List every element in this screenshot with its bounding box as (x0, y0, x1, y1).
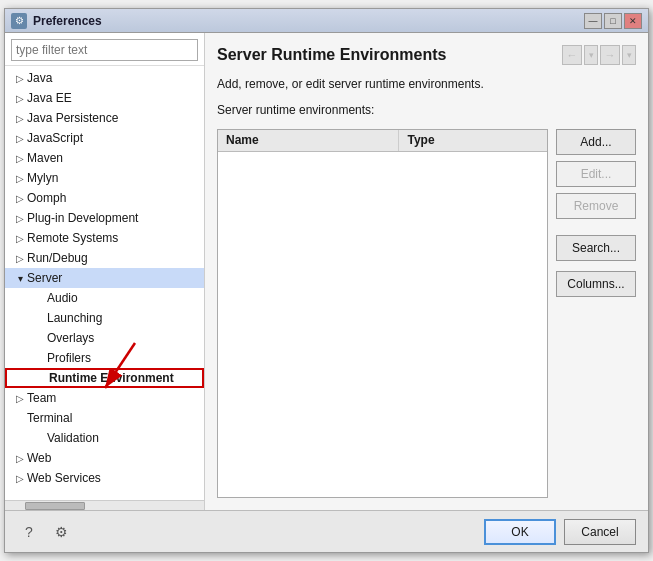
col-header-name: Name (218, 130, 399, 151)
side-buttons: Add... Edit... Remove Search... Columns.… (556, 129, 636, 498)
window-icon: ⚙ (11, 13, 27, 29)
title-bar: ⚙ Preferences — □ ✕ (5, 9, 648, 33)
columns-button[interactable]: Columns... (556, 271, 636, 297)
tree-label-mylyn: Mylyn (27, 171, 58, 185)
tree-item-launching[interactable]: ▷Launching (5, 308, 204, 328)
nav-forward-dropdown[interactable]: ▾ (622, 45, 636, 65)
edit-button[interactable]: Edit... (556, 161, 636, 187)
col-header-type: Type (399, 130, 547, 151)
tree-label-maven: Maven (27, 151, 63, 165)
nav-back-dropdown[interactable]: ▾ (584, 45, 598, 65)
tree-label-java-persistence: Java Persistence (27, 111, 118, 125)
tree-label-profilers: Profilers (47, 351, 91, 365)
tree-label-runtime-environment: Runtime Environment (49, 371, 174, 385)
horizontal-scrollbar[interactable] (5, 500, 204, 510)
tree-item-run-debug[interactable]: ▷Run/Debug (5, 248, 204, 268)
tree-item-team[interactable]: ▷Team (5, 388, 204, 408)
ok-button[interactable]: OK (484, 519, 556, 545)
tree-item-maven[interactable]: ▷Maven (5, 148, 204, 168)
preferences-icon-button[interactable]: ⚙ (49, 520, 73, 544)
tree-arrow-web[interactable]: ▷ (13, 451, 27, 465)
tree-item-validation[interactable]: ▷Validation (5, 428, 204, 448)
tree-spacer-profilers: ▷ (33, 351, 47, 365)
tree-spacer-terminal: ▷ (13, 411, 27, 425)
minimize-button[interactable]: — (584, 13, 602, 29)
nav-forward-button[interactable]: → (600, 45, 620, 65)
search-button[interactable]: Search... (556, 235, 636, 261)
tree-spacer-overlays: ▷ (33, 331, 47, 345)
tree-spacer-launching: ▷ (33, 311, 47, 325)
left-panel: ▷Java▷Java EE▷Java Persistence▷JavaScrip… (5, 33, 205, 510)
tree-item-javascript[interactable]: ▷JavaScript (5, 128, 204, 148)
tree-label-java: Java (27, 71, 52, 85)
nav-back-button[interactable]: ← (562, 45, 582, 65)
footer-left: ? ⚙ (17, 520, 73, 544)
tree-arrow-oomph[interactable]: ▷ (13, 191, 27, 205)
tree-label-java-ee: Java EE (27, 91, 72, 105)
tree-arrow-remote-systems[interactable]: ▷ (13, 231, 27, 245)
tree-item-runtime-environment[interactable]: ▷Runtime Environment (5, 368, 204, 388)
tree-label-run-debug: Run/Debug (27, 251, 88, 265)
tree-item-terminal[interactable]: ▷Terminal (5, 408, 204, 428)
table-label: Server runtime environments: (217, 103, 636, 117)
window-title: Preferences (33, 14, 584, 28)
tree-label-audio: Audio (47, 291, 78, 305)
filter-input[interactable] (11, 39, 198, 61)
tree-label-web: Web (27, 451, 51, 465)
tree-arrow-web-services[interactable]: ▷ (13, 471, 27, 485)
maximize-button[interactable]: □ (604, 13, 622, 29)
add-button[interactable]: Add... (556, 129, 636, 155)
panel-header: Server Runtime Environments ← ▾ → ▾ (217, 45, 636, 65)
tree-item-oomph[interactable]: ▷Oomph (5, 188, 204, 208)
tree-item-overlays[interactable]: ▷Overlays (5, 328, 204, 348)
window-controls: — □ ✕ (584, 13, 642, 29)
tree-arrow-plugin-development[interactable]: ▷ (13, 211, 27, 225)
tree-spacer-audio: ▷ (33, 291, 47, 305)
tree-item-server[interactable]: ▾Server (5, 268, 204, 288)
tree-item-web-services[interactable]: ▷Web Services (5, 468, 204, 488)
remove-button[interactable]: Remove (556, 193, 636, 219)
tree-label-web-services: Web Services (27, 471, 101, 485)
tree-arrow-team[interactable]: ▷ (13, 391, 27, 405)
tree-area[interactable]: ▷Java▷Java EE▷Java Persistence▷JavaScrip… (5, 66, 204, 500)
tree-item-remote-systems[interactable]: ▷Remote Systems (5, 228, 204, 248)
nav-arrows: ← ▾ → ▾ (562, 45, 636, 65)
table-area-wrap: Name Type Add... Edit... Remove Search..… (217, 129, 636, 498)
tree-item-mylyn[interactable]: ▷Mylyn (5, 168, 204, 188)
tree-arrow-maven[interactable]: ▷ (13, 151, 27, 165)
tree-item-plugin-development[interactable]: ▷Plug-in Development (5, 208, 204, 228)
close-button[interactable]: ✕ (624, 13, 642, 29)
tree-label-team: Team (27, 391, 56, 405)
description-text: Add, remove, or edit server runtime envi… (217, 77, 636, 91)
filter-wrap (5, 33, 204, 66)
preferences-window: ⚙ Preferences — □ ✕ ▷Java▷Java EE▷Java P… (4, 8, 649, 553)
tree-arrow-javascript[interactable]: ▷ (13, 131, 27, 145)
tree-label-plugin-development: Plug-in Development (27, 211, 138, 225)
tree-arrow-server[interactable]: ▾ (13, 271, 27, 285)
footer: ? ⚙ OK Cancel (5, 510, 648, 552)
content-area: ▷Java▷Java EE▷Java Persistence▷JavaScrip… (5, 33, 648, 510)
tree-item-web[interactable]: ▷Web (5, 448, 204, 468)
tree-container: ▷Java▷Java EE▷Java Persistence▷JavaScrip… (5, 66, 204, 510)
tree-item-profilers[interactable]: ▷Profilers (5, 348, 204, 368)
tree-label-javascript: JavaScript (27, 131, 83, 145)
tree-item-java-ee[interactable]: ▷Java EE (5, 88, 204, 108)
tree-spacer-runtime-environment: ▷ (35, 371, 49, 385)
tree-label-overlays: Overlays (47, 331, 94, 345)
tree-item-java-persistence[interactable]: ▷Java Persistence (5, 108, 204, 128)
tree-arrow-java-persistence[interactable]: ▷ (13, 111, 27, 125)
tree-arrow-mylyn[interactable]: ▷ (13, 171, 27, 185)
cancel-button[interactable]: Cancel (564, 519, 636, 545)
tree-arrow-run-debug[interactable]: ▷ (13, 251, 27, 265)
tree-arrow-java-ee[interactable]: ▷ (13, 91, 27, 105)
table-body[interactable] (218, 152, 547, 497)
tree-arrow-java[interactable]: ▷ (13, 71, 27, 85)
tree-label-remote-systems: Remote Systems (27, 231, 118, 245)
footer-right: OK Cancel (484, 519, 636, 545)
help-button[interactable]: ? (17, 520, 41, 544)
runtime-table: Name Type (217, 129, 548, 498)
table-header: Name Type (218, 130, 547, 152)
tree-item-audio[interactable]: ▷Audio (5, 288, 204, 308)
tree-item-java[interactable]: ▷Java (5, 68, 204, 88)
h-scroll-thumb[interactable] (25, 502, 85, 510)
